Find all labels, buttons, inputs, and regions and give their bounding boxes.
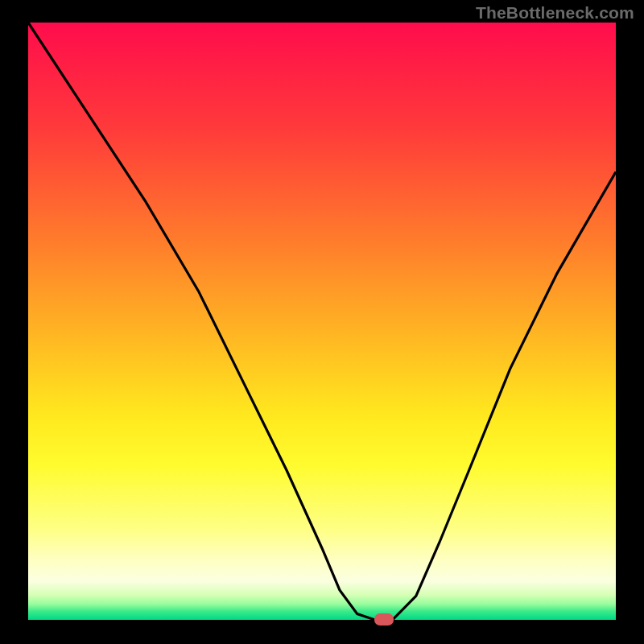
bottleneck-plot (0, 0, 644, 644)
chart-frame: TheBottleneck.com (0, 0, 644, 644)
plot-background (28, 23, 616, 620)
watermark-text: TheBottleneck.com (476, 3, 634, 23)
optimal-marker (374, 613, 394, 625)
